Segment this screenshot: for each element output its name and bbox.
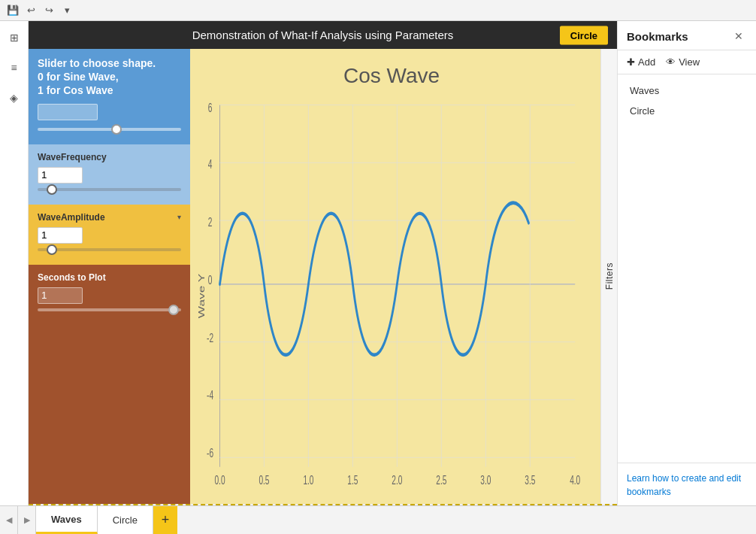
undo-icon[interactable]: ↩ <box>24 4 38 17</box>
svg-text:1.5: 1.5 <box>347 472 358 487</box>
bookmarks-learn-link[interactable]: Learn how to create and edit bookmarks <box>627 473 741 497</box>
seconds-thumb[interactable] <box>168 305 179 315</box>
svg-text:0: 0 <box>208 272 213 287</box>
svg-text:6: 6 <box>208 100 213 115</box>
bookmark-view-button[interactable]: 👁 View <box>666 56 700 68</box>
shape-track[interactable] <box>38 128 181 131</box>
amp-thumb[interactable] <box>47 244 57 255</box>
view-icon: 👁 <box>666 56 676 68</box>
save-icon[interactable]: 💾 <box>6 4 20 17</box>
svg-text:0.0: 0.0 <box>214 472 225 487</box>
freq-label: WaveFrequency <box>38 152 181 162</box>
view-label: View <box>679 56 700 68</box>
bottom-bar: ◀ ▶ Waves Circle + <box>0 505 756 534</box>
svg-text:3.0: 3.0 <box>480 472 491 487</box>
bookmarks-list: Waves Circle <box>618 74 756 463</box>
chart-wrapper: 6 4 2 0 -2 -4 -6 <box>198 96 585 496</box>
bookmarks-header: Bookmarks ✕ <box>618 21 756 50</box>
bookmark-waves[interactable]: Waves <box>618 80 756 101</box>
svg-text:Wave Y: Wave Y <box>198 273 206 318</box>
bookmark-add-button[interactable]: ✚ Add <box>627 56 655 68</box>
report-view-icon[interactable]: ⊞ <box>4 27 25 48</box>
seconds-panel: Seconds to Plot <box>29 265 190 504</box>
toolbar: 💾 ↩ ↪ ▾ <box>0 0 756 21</box>
amp-input[interactable] <box>38 227 83 244</box>
svg-text:4.0: 4.0 <box>570 472 580 487</box>
add-label: Add <box>638 56 655 68</box>
shape-panel: Slider to choose shape.0 for Sine Wave,1… <box>29 49 190 144</box>
left-sidebar: ⊞ ≡ ◈ <box>0 21 29 505</box>
svg-text:3.5: 3.5 <box>525 472 535 487</box>
svg-text:-4: -4 <box>207 388 213 403</box>
shape-label: Slider to choose shape.0 for Sine Wave,1… <box>38 56 181 98</box>
wave-chart: 6 4 2 0 -2 -4 -6 <box>198 96 585 496</box>
amp-header: WaveAmplitude ▾ <box>38 212 181 223</box>
left-panel: Slider to choose shape.0 for Sine Wave,1… <box>29 49 190 504</box>
freq-thumb[interactable] <box>47 184 57 195</box>
seconds-input[interactable] <box>38 287 83 304</box>
bookmarks-footer: Learn how to create and edit bookmarks <box>618 463 756 505</box>
filters-panel[interactable]: Filters <box>600 49 617 504</box>
freq-input[interactable] <box>38 167 83 184</box>
bookmarks-actions: ✚ Add 👁 View <box>618 50 756 74</box>
report-area: Demonstration of What-If Analysis using … <box>29 21 617 505</box>
bookmarks-panel: Bookmarks ✕ ✚ Add 👁 View Waves Circle Le… <box>617 21 756 505</box>
tab-waves[interactable]: Waves <box>36 506 98 534</box>
amp-label: WaveAmplitude <box>38 212 105 223</box>
data-view-icon[interactable]: ≡ <box>4 57 25 78</box>
report-header: Demonstration of What-If Analysis using … <box>29 21 617 49</box>
chart-area: Cos Wave 6 4 2 0 -2 -4 -6 <box>190 49 600 504</box>
bookmarks-title: Bookmarks <box>627 30 688 43</box>
svg-text:-6: -6 <box>207 445 213 460</box>
filters-label: Filters <box>604 262 615 290</box>
amp-track[interactable] <box>38 248 181 251</box>
circle-button[interactable]: Circle <box>560 26 608 44</box>
svg-text:1.0: 1.0 <box>303 472 313 487</box>
tab-circle[interactable]: Circle <box>98 506 153 534</box>
redo-icon[interactable]: ↪ <box>42 4 56 17</box>
tab-next-arrow[interactable]: ▶ <box>18 506 36 534</box>
svg-text:2.0: 2.0 <box>392 472 402 487</box>
svg-text:-2: -2 <box>207 330 213 345</box>
freq-track[interactable] <box>38 188 181 191</box>
bookmarks-close-button[interactable]: ✕ <box>730 29 747 44</box>
svg-text:4: 4 <box>208 156 213 171</box>
shape-thumb[interactable] <box>111 124 122 135</box>
shape-input[interactable] <box>38 104 98 120</box>
svg-text:0.5: 0.5 <box>259 472 269 487</box>
chart-title: Cos Wave <box>198 64 585 88</box>
svg-text:2.5: 2.5 <box>436 472 446 487</box>
amp-panel: WaveAmplitude ▾ <box>29 205 190 265</box>
seconds-track[interactable] <box>38 308 181 311</box>
seconds-label: Seconds to Plot <box>38 272 181 283</box>
tab-prev-arrow[interactable]: ◀ <box>0 506 18 534</box>
report-content: Slider to choose shape.0 for Sine Wave,1… <box>29 49 617 504</box>
add-tab-button[interactable]: + <box>153 506 177 534</box>
bookmark-circle[interactable]: Circle <box>618 101 756 121</box>
dropdown-icon[interactable]: ▾ <box>60 4 74 17</box>
amp-chevron-icon[interactable]: ▾ <box>177 213 181 221</box>
shape-slider-container <box>38 104 181 134</box>
svg-text:Wave X: Wave X <box>386 494 412 496</box>
report-title: Demonstration of What-If Analysis using … <box>192 29 454 41</box>
svg-text:2: 2 <box>208 214 213 229</box>
add-icon: ✚ <box>627 56 635 68</box>
model-view-icon[interactable]: ◈ <box>4 87 25 108</box>
freq-panel: WaveFrequency <box>29 144 190 205</box>
main-area: ⊞ ≡ ◈ Demonstration of What-If Analysis … <box>0 21 756 505</box>
